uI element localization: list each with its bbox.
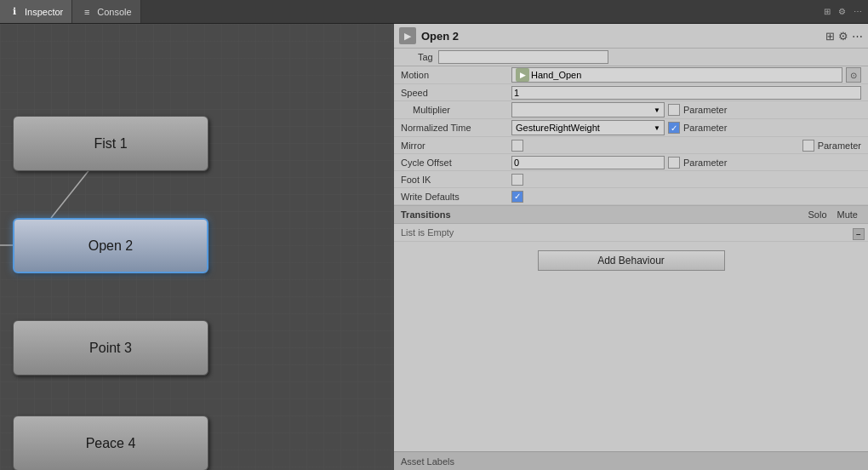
motion-field[interactable]: ▶ Hand_Open (511, 67, 842, 83)
state-node-point3[interactable]: Point 3 (13, 320, 208, 375)
speed-value (511, 86, 861, 100)
mirror-label: Mirror (401, 140, 511, 151)
normalized-time-dropdown[interactable]: GestureRightWeight (511, 120, 665, 135)
header-settings-icon[interactable]: ⚙ (838, 30, 848, 43)
mirror-param-checkbox[interactable] (802, 140, 814, 152)
solo-mute-group: Solo Mute (805, 209, 862, 221)
tab-group: ℹ Inspector ≡ Console (0, 0, 818, 23)
write-defaults-value (511, 191, 861, 203)
normalized-time-row: Normalized Time GestureRightWeight Param… (394, 119, 868, 137)
object-name: Open 2 (421, 30, 459, 43)
tab-console-label: Console (97, 7, 131, 17)
layout-icon[interactable]: ⊞ (821, 5, 833, 18)
header-more-icon[interactable]: ⋯ (852, 30, 863, 43)
write-defaults-label: Write Defaults (401, 192, 511, 202)
scroll-area: List is Empty − (394, 224, 868, 242)
normalized-time-dropdown-text: GestureRightWeight (516, 123, 600, 133)
object-icon-symbol: ▶ (404, 31, 411, 42)
motion-select-icon[interactable]: ⊙ (846, 67, 861, 83)
tab-console[interactable]: ≡ Console (72, 0, 140, 23)
transitions-header: Transitions Solo Mute (394, 205, 868, 224)
header-icons: ⊞ ⚙ ⋯ (825, 30, 863, 43)
tab-inspector[interactable]: ℹ Inspector (0, 0, 72, 23)
state-node-point3-label: Point 3 (89, 341, 132, 356)
header-layout-icon[interactable]: ⊞ (825, 30, 835, 43)
tab-inspector-label: Inspector (25, 7, 63, 17)
speed-label: Speed (401, 88, 511, 98)
transitions-label: Transitions (401, 209, 805, 220)
foot-ik-checkbox[interactable] (511, 174, 523, 186)
state-node-peace4-label: Peace 4 (86, 436, 136, 451)
normalized-time-value: GestureRightWeight Parameter (511, 120, 861, 135)
state-node-fist1[interactable]: Fist 1 (13, 116, 208, 171)
write-defaults-row: Write Defaults (394, 188, 868, 205)
foot-ik-row: Foot IK (394, 171, 868, 188)
multiplier-checkbox[interactable] (668, 104, 680, 116)
foot-ik-label: Foot IK (401, 175, 511, 185)
left-panel: Auto Live Link Fist 1 Open 2 Point 3 (0, 24, 394, 470)
more-icon[interactable]: ⋯ (851, 5, 865, 18)
inspector-icon: ℹ (9, 6, 20, 18)
cycle-offset-checkbox[interactable] (668, 157, 680, 169)
scroll-minus-button[interactable]: − (853, 228, 865, 240)
mirror-row: Mirror Parameter (394, 137, 868, 154)
asset-labels-bar: Asset Labels (394, 451, 868, 470)
speed-input[interactable] (511, 86, 861, 100)
write-defaults-checkbox[interactable] (511, 191, 523, 203)
cycle-offset-input[interactable] (511, 156, 665, 169)
list-empty: List is Empty (394, 224, 868, 242)
normalized-time-param-label: Parameter (683, 123, 727, 133)
mute-button[interactable]: Mute (834, 209, 861, 221)
state-node-peace4[interactable]: Peace 4 (13, 416, 208, 470)
inspector-header: ▶ Open 2 ⊞ ⚙ ⋯ (394, 24, 868, 49)
mirror-value: Parameter (511, 140, 861, 152)
foot-ik-value (511, 174, 861, 186)
graph-area[interactable]: Fist 1 Open 2 Point 3 Peace 4 (0, 24, 394, 470)
tag-input[interactable] (438, 50, 608, 64)
mirror-param-label: Parameter (818, 140, 861, 151)
motion-row: Motion ▶ Hand_Open ⊙ (394, 66, 868, 84)
settings-icon[interactable]: ⚙ (836, 5, 848, 18)
tag-row: Tag (394, 49, 868, 66)
multiplier-row: Multiplier Parameter (394, 101, 868, 119)
motion-value: ▶ Hand_Open ⊙ (511, 67, 861, 83)
cycle-offset-label: Cycle Offset (401, 158, 511, 168)
multiplier-value: Parameter (511, 102, 861, 118)
cycle-offset-value: Parameter (511, 156, 861, 169)
motion-value-text: Hand_Open (531, 70, 581, 80)
normalized-time-label: Normalized Time (401, 123, 511, 133)
asset-labels-label: Asset Labels (401, 456, 454, 467)
tab-icons-right: ⊞ ⚙ ⋯ (818, 0, 868, 23)
right-panel: ▶ Open 2 ⊞ ⚙ ⋯ Tag Motion ▶ Hand_Open (394, 24, 868, 470)
state-node-open2[interactable]: Open 2 (13, 218, 208, 273)
speed-row: Speed (394, 84, 868, 101)
cycle-offset-param-label: Parameter (683, 158, 727, 168)
motion-label: Motion (401, 70, 511, 80)
main-content: Auto Live Link Fist 1 Open 2 Point 3 (0, 24, 868, 470)
console-icon: ≡ (81, 6, 93, 18)
multiplier-dropdown[interactable] (511, 102, 665, 118)
mirror-checkbox[interactable] (511, 140, 523, 152)
multiplier-label: Multiplier (401, 105, 511, 115)
multiplier-param-label: Parameter (683, 105, 727, 115)
object-icon: ▶ (399, 27, 416, 44)
state-node-open2-label: Open 2 (89, 238, 133, 254)
normalized-time-checkbox[interactable] (668, 122, 680, 134)
state-node-fist1-label: Fist 1 (94, 136, 127, 152)
motion-type-icon: ▶ (516, 68, 529, 82)
solo-button[interactable]: Solo (805, 209, 831, 221)
top-bar: ℹ Inspector ≡ Console ⊞ ⚙ ⋯ (0, 0, 868, 24)
cycle-offset-row: Cycle Offset Parameter (394, 154, 868, 171)
tag-label: Tag (418, 52, 433, 62)
add-behaviour-button[interactable]: Add Behaviour (538, 250, 725, 271)
properties-panel: Motion ▶ Hand_Open ⊙ Speed Multiplier (394, 66, 868, 451)
